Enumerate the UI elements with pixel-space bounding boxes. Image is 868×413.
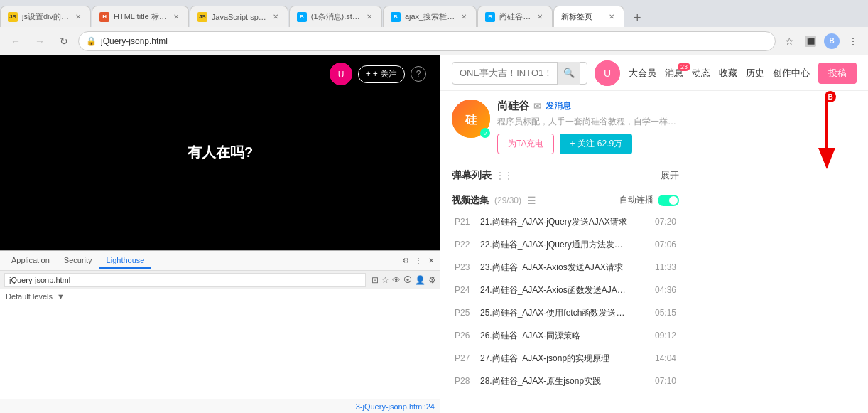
tab-close-4[interactable]: ✕ <box>364 12 374 22</box>
follow-button[interactable]: + 关注 62.9万 <box>560 134 632 154</box>
danmaku-expand-button[interactable]: 展开 <box>661 169 679 182</box>
menu-icon[interactable]: ⋮ <box>844 32 862 50</box>
video-uploader-avatar[interactable]: U <box>330 63 352 85</box>
new-tab-button[interactable]: + <box>628 9 646 27</box>
devtools-url-bar[interactable]: jQuery-jsonp.html <box>4 273 366 287</box>
svg-text:硅: 硅 <box>465 114 477 126</box>
devtools-tab-security[interactable]: Security <box>57 253 99 269</box>
back-button[interactable]: ← <box>6 31 26 51</box>
file-link[interactable]: 3-jQuery-jsonp.html:24 <box>356 402 435 411</box>
creator-section: 硅 V 尚硅谷 ✉ 发消息 程序员标配，人手一套尚硅谷教程，自学一样… 为 <box>452 100 679 404</box>
header-right: U 大会员 消息 23 动态 收藏 历史 创作中心 投稿 <box>595 60 857 86</box>
item-title-p22: 22.尚硅谷_AJAX-jQuery通用方法发… <box>480 239 651 251</box>
search-box[interactable]: 🔍 <box>452 62 587 85</box>
list-item[interactable]: P25 25.尚硅谷_AJAX-使用fetch函数发送… 05:15 <box>452 302 679 324</box>
devtools-window-controls: ⚙ ⋮ ✕ <box>401 256 436 266</box>
bookmark-icon[interactable]: ☆ <box>780 32 798 50</box>
devtools-console: Default levels ▼ <box>0 289 440 399</box>
nav-dynamic[interactable]: 动态 <box>692 67 710 80</box>
forward-button[interactable]: → <box>30 31 50 51</box>
follow-label: + 关注 <box>373 68 397 80</box>
toolbar: ← → ↻ 🔒 jQuery-jsonp.html ☆ ⬛ B ⋮ <box>0 27 868 55</box>
devtools-block-icon[interactable]: ⦿ <box>403 275 412 285</box>
playlist-header: 视频选集 (29/30) ☰ 自动连播 <box>452 194 679 207</box>
tab-close-2[interactable]: ✕ <box>171 12 181 22</box>
item-title-p24: 24.尚硅谷_AJAX-Axios函数发送AJA… <box>480 284 651 296</box>
tab-close-3[interactable]: ✕ <box>271 12 281 22</box>
tab-favicon-4: B <box>297 12 307 22</box>
video-follow-button[interactable]: + + 关注 <box>358 65 405 83</box>
devtools-close-icon[interactable]: ✕ <box>426 256 436 266</box>
post-button[interactable]: 投稿 <box>818 63 857 84</box>
devtools-tab-application[interactable]: Application <box>4 253 57 269</box>
devtools-settings-icon[interactable]: ⚙ <box>401 256 411 266</box>
svg-text:U: U <box>604 68 611 79</box>
tab-3[interactable]: JS JavaScript sp… ✕ <box>190 6 288 27</box>
dropdown-arrow-icon[interactable]: ▼ <box>57 292 65 301</box>
creator-avatar[interactable]: 硅 V <box>452 100 490 138</box>
nav-creator[interactable]: 创作中心 <box>773 67 810 80</box>
profile-icon[interactable]: B <box>823 32 841 50</box>
devtools-tab-lighthouse[interactable]: Lighthouse <box>99 253 152 269</box>
tab-4[interactable]: B (1条消息).st… ✕ <box>289 6 382 27</box>
send-message-link[interactable]: 发消息 <box>546 100 571 112</box>
omnibox-url: jQuery-jsonp.html <box>101 36 768 46</box>
nav-favorites[interactable]: 收藏 <box>719 67 737 80</box>
tab-close-5[interactable]: ✕ <box>459 12 469 22</box>
toggle-knob <box>669 196 678 205</box>
item-title-p27: 27.尚硅谷_AJAX-jsonp的实现原理 <box>480 353 651 365</box>
tab-1[interactable]: JS js设置div的… ✕ <box>0 6 91 27</box>
list-item[interactable]: P22 22.尚硅谷_AJAX-jQuery通用方法发… 07:06 <box>452 234 679 256</box>
list-item[interactable]: P23 23.尚硅谷_AJAX-Axios发送AJAX请求 11:33 <box>452 257 679 279</box>
nav-history[interactable]: 历史 <box>746 67 764 80</box>
tab-close-6[interactable]: ✕ <box>535 12 545 22</box>
tab-6[interactable]: B 尚硅谷… ✕ <box>477 6 553 27</box>
item-duration-p23: 11:33 <box>655 262 676 272</box>
nav-vip[interactable]: 大会员 <box>629 67 656 80</box>
refresh-button[interactable]: ↻ <box>54 31 74 51</box>
user-avatar[interactable]: U <box>595 60 620 86</box>
item-title-p25: 25.尚硅谷_AJAX-使用fetch函数发送… <box>480 307 651 319</box>
devtools-star-icon[interactable]: ☆ <box>381 275 389 285</box>
autoplay-toggle[interactable] <box>658 195 679 206</box>
message-badge: 23 <box>678 63 690 71</box>
autoplay-label: 自动连播 <box>619 194 653 206</box>
tab-7[interactable]: 新标签页 ✕ <box>553 6 624 27</box>
list-item[interactable]: P28 28.尚硅谷_AJAX-原生jsonp实践 07:10 <box>452 370 679 392</box>
omnibox[interactable]: 🔒 jQuery-jsonp.html <box>78 31 776 51</box>
item-duration-p26: 09:12 <box>655 331 676 340</box>
tab-close-1[interactable]: ✕ <box>73 12 83 22</box>
nav-message[interactable]: 消息 23 <box>665 67 683 80</box>
verified-badge: V <box>480 128 490 138</box>
extensions-icon[interactable]: ⬛ <box>801 32 820 50</box>
devtools-copy-icon[interactable]: ⊡ <box>371 275 379 285</box>
help-button[interactable]: ? <box>411 66 426 82</box>
mail-icon: ✉ <box>533 101 541 112</box>
tab-close-7[interactable]: ✕ <box>607 12 617 22</box>
list-item[interactable]: P24 24.尚硅谷_AJAX-Axios函数发送AJA… 04:36 <box>452 279 679 301</box>
danmaku-icon: ⋮⋮ <box>496 171 513 181</box>
devtools-more-icon[interactable]: ⋮ <box>413 256 423 266</box>
playlist-grid-icon: ☰ <box>527 195 536 206</box>
list-item[interactable]: P26 26.尚硅谷_AJAX-同源策略 09:12 <box>452 325 679 347</box>
list-item[interactable]: P27 27.尚硅谷_AJAX-jsonp的实现原理 14:04 <box>452 348 679 370</box>
search-button[interactable]: 🔍 <box>557 62 580 85</box>
tab-favicon-1: JS <box>8 12 18 22</box>
tab-5[interactable]: B ajax_搜索栏… ✕ <box>383 6 477 27</box>
item-num-p22: P22 <box>455 240 476 250</box>
tab-title-6: 尚硅谷… <box>499 11 531 22</box>
devtools-gear-icon[interactable]: ⚙ <box>428 275 436 285</box>
charge-button[interactable]: 为TA充电 <box>497 134 554 154</box>
item-num-p21: P21 <box>455 217 476 227</box>
tab-favicon-3: JS <box>197 12 207 22</box>
item-duration-p24: 04:36 <box>655 285 676 295</box>
devtools-url-icons: ⊡ ☆ 👁 ⦿ 👤 <box>371 275 425 285</box>
devtools-eye-icon[interactable]: 👁 <box>392 275 401 285</box>
item-num-p24: P24 <box>455 285 476 295</box>
tab-title-1: js设置div的… <box>22 11 69 22</box>
search-input[interactable] <box>460 68 553 78</box>
list-item[interactable]: P21 21.尚硅谷_AJAX-jQuery发送AJAX请求 07:20 <box>452 211 679 233</box>
tab-2[interactable]: H HTML title 标… ✕ <box>92 6 189 27</box>
devtools-person-icon[interactable]: 👤 <box>415 275 425 285</box>
tab-favicon-6: B <box>485 12 495 22</box>
